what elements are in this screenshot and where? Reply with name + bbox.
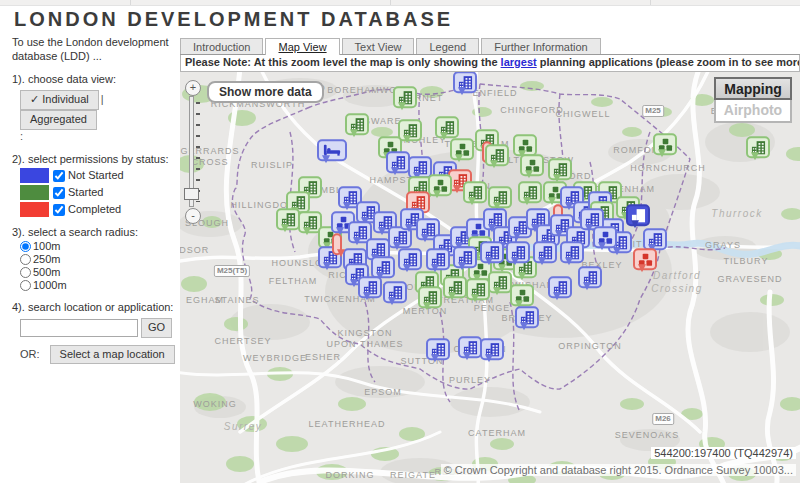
planning-marker-not-started[interactable]	[358, 276, 382, 298]
status-options: Not StartedStartedCompleted	[12, 168, 178, 217]
planning-marker-not-started[interactable]	[453, 72, 477, 93]
tab-introduction[interactable]: Introduction	[180, 38, 263, 54]
search-input[interactable]	[20, 319, 138, 337]
planning-marker-started[interactable]	[435, 116, 459, 138]
planning-marker-not-started[interactable]	[626, 204, 650, 226]
planning-marker-started[interactable]	[520, 154, 544, 176]
aggregated-button[interactable]: Aggregated	[20, 110, 97, 130]
zoom-slider-handle[interactable]	[184, 188, 199, 200]
status-swatch	[20, 185, 49, 200]
step3: 3). select a search radius: 100m250m500m…	[12, 226, 178, 292]
planning-marker-not-started[interactable]	[548, 276, 572, 298]
planning-marker-started[interactable]	[548, 158, 572, 180]
planning-marker-not-started[interactable]	[453, 246, 477, 268]
step4: 4). search location or application: GO O…	[12, 301, 178, 364]
status-swatch	[20, 168, 49, 183]
planning-marker-not-started-bed[interactable]	[317, 139, 347, 161]
tab-further-information[interactable]: Further Information	[481, 38, 601, 54]
planning-marker-not-started[interactable]	[593, 226, 617, 248]
planning-marker-not-started[interactable]	[578, 266, 602, 288]
status-row-started: Started	[20, 185, 178, 200]
tab-map-view[interactable]: Map View	[265, 38, 339, 55]
status-checkbox[interactable]	[53, 187, 65, 199]
zoom-in-button[interactable]: +	[185, 80, 201, 96]
status-swatch	[20, 202, 49, 217]
planning-marker-started[interactable]	[513, 134, 537, 156]
planning-marker-not-started[interactable]	[560, 241, 584, 263]
planning-marker-not-started[interactable]	[643, 228, 667, 250]
planning-marker-started[interactable]	[746, 136, 770, 158]
planning-marker-started[interactable]	[276, 208, 300, 230]
note-bar: Please Note: At this zoom level the map …	[180, 55, 800, 72]
go-button[interactable]: GO	[141, 318, 172, 338]
status-label: Completed	[68, 203, 121, 217]
map-canvas[interactable]: WATFORDBOREHAMWOODENFIELDBARNETCHINGFORD…	[180, 72, 800, 483]
radius-radio[interactable]	[20, 280, 31, 291]
note-prefix: Please Note: At this zoom level the map …	[185, 56, 501, 68]
planning-marker-started[interactable]	[398, 119, 422, 141]
radius-row-100m: 100m	[20, 240, 178, 253]
largest-link[interactable]: largest	[501, 56, 537, 68]
planning-marker-started[interactable]	[463, 181, 487, 203]
status-checkbox[interactable]	[53, 204, 65, 216]
radius-label: 500m	[33, 266, 61, 280]
tab-bar: IntroductionMap ViewText ViewLegendFurth…	[180, 38, 800, 55]
planning-marker-completed[interactable]	[633, 248, 657, 270]
tab-text-view[interactable]: Text View	[342, 38, 415, 54]
airphoto-button[interactable]: Airphoto	[714, 100, 792, 123]
status-row-completed: Completed	[20, 202, 178, 217]
sidebar: To use the London development database (…	[12, 36, 178, 364]
select-map-location-button[interactable]: Select a map location	[50, 345, 175, 365]
status-label: Not Started	[68, 169, 124, 183]
planning-marker-started[interactable]	[393, 86, 417, 108]
or-label: OR:	[20, 348, 40, 362]
radius-radio[interactable]	[20, 267, 31, 278]
planning-marker-not-started[interactable]	[480, 241, 504, 263]
step1: 1). choose data view: ✓ Individual|Aggre…	[12, 73, 178, 144]
view-separator: |	[101, 93, 104, 105]
mapping-button[interactable]: Mapping	[714, 77, 792, 100]
planning-marker-not-started[interactable]	[383, 281, 407, 303]
step1-colon: :	[20, 130, 178, 144]
step3-label: 3). select a search radius:	[12, 226, 178, 240]
planning-marker-started[interactable]	[653, 133, 677, 155]
status-checkbox[interactable]	[53, 170, 65, 182]
status-label: Started	[68, 186, 103, 200]
planning-marker-not-started[interactable]	[533, 241, 557, 263]
planning-marker-not-started[interactable]	[371, 256, 395, 278]
individual-button[interactable]: ✓ Individual	[20, 90, 99, 110]
planning-marker-started[interactable]	[450, 138, 474, 160]
planning-marker-started[interactable]	[485, 144, 509, 166]
tab-legend[interactable]: Legend	[416, 38, 479, 54]
planning-marker-started[interactable]	[510, 284, 534, 306]
planning-marker-not-started[interactable]	[386, 151, 410, 173]
planning-marker-started[interactable]	[428, 174, 452, 196]
zoom-out-button[interactable]: -	[185, 208, 201, 224]
planning-marker-not-started[interactable]	[506, 241, 530, 263]
planning-marker-started[interactable]	[518, 181, 542, 203]
radius-row-250m: 250m	[20, 253, 178, 266]
planning-marker-not-started[interactable]	[426, 248, 450, 270]
sidebar-intro: To use the London development database (…	[12, 36, 178, 64]
ldd-app: LONDON DEVELOPMENT DATABASE To use the L…	[0, 0, 800, 483]
planning-marker-not-started[interactable]	[458, 336, 482, 358]
planning-marker-started[interactable]	[418, 286, 442, 308]
planning-marker-started[interactable]	[466, 278, 490, 300]
planning-marker-completed[interactable]	[332, 233, 342, 255]
page-title: LONDON DEVELOPMENT DATABASE	[14, 8, 453, 31]
show-more-data-button[interactable]: Show more data	[207, 81, 324, 103]
radius-radio[interactable]	[20, 254, 31, 265]
radius-row-500m: 500m	[20, 266, 178, 279]
planning-marker-started[interactable]	[443, 276, 467, 298]
radius-radio[interactable]	[20, 241, 31, 252]
planning-marker-started[interactable]	[345, 113, 369, 135]
planning-marker-not-started[interactable]	[426, 338, 450, 360]
planning-marker-not-started[interactable]	[480, 338, 504, 360]
planning-marker-started[interactable]	[488, 186, 512, 208]
radius-row-1000m: 1000m	[20, 279, 178, 292]
radius-label: 250m	[33, 253, 61, 267]
planning-marker-not-started[interactable]	[398, 248, 422, 270]
basemap-toggle: Mapping Airphoto	[714, 77, 792, 123]
planning-marker-started[interactable]	[488, 271, 512, 293]
planning-marker-not-started[interactable]	[515, 306, 539, 328]
